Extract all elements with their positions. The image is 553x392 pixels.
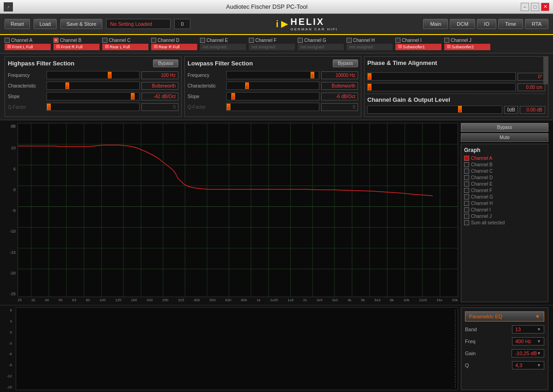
eq-band-col[interactable] bbox=[455, 328, 456, 329]
lowpass-slope-slider[interactable] bbox=[226, 92, 319, 100]
eq-band-col[interactable] bbox=[455, 330, 456, 332]
eq-band-col[interactable] bbox=[455, 351, 456, 352]
eq-band-col[interactable] bbox=[455, 369, 456, 370]
highpass-bypass-button[interactable]: Bypass bbox=[153, 59, 178, 67]
eq-band-col[interactable] bbox=[455, 322, 456, 324]
channel-checkbox-6[interactable] bbox=[298, 38, 303, 43]
load-button[interactable]: Load bbox=[34, 19, 57, 29]
eq-band-col[interactable] bbox=[455, 310, 456, 311]
legend-checkbox-2[interactable] bbox=[464, 169, 469, 174]
eq-band-col[interactable] bbox=[455, 338, 456, 339]
channel-preset-1[interactable]: Front R Full bbox=[53, 44, 100, 50]
legend-checkbox-5[interactable] bbox=[464, 188, 469, 193]
highpass-characteristic-slider[interactable] bbox=[47, 82, 140, 90]
gain-slider[interactable] bbox=[367, 105, 502, 114]
channel-checkbox-1[interactable] bbox=[53, 38, 59, 43]
eq-band-col[interactable] bbox=[455, 371, 456, 373]
channel-preset-7[interactable]: not assigned bbox=[347, 44, 393, 50]
eq-band-col[interactable] bbox=[455, 345, 456, 347]
eq-band-col[interactable] bbox=[455, 379, 456, 380]
eq-band-col[interactable] bbox=[455, 356, 456, 357]
eq-type-button[interactable]: Parametric EQ ▼ bbox=[465, 311, 544, 322]
phase-scrollbar[interactable] bbox=[543, 57, 548, 84]
maximize-button[interactable]: □ bbox=[531, 3, 539, 11]
eq-band-col[interactable] bbox=[455, 320, 456, 322]
eq-freq-value[interactable]: 400 Hz ▼ bbox=[512, 337, 544, 345]
legend-checkbox-10[interactable] bbox=[464, 220, 469, 225]
eq-band-value[interactable]: 13 ▼ bbox=[512, 325, 544, 333]
channel-checkbox-3[interactable] bbox=[151, 38, 156, 43]
legend-checkbox-4[interactable] bbox=[464, 181, 469, 187]
lowpass-frequency-slider[interactable] bbox=[226, 71, 319, 79]
channel-checkbox-2[interactable] bbox=[102, 38, 107, 43]
minimize-button[interactable]: − bbox=[521, 3, 529, 11]
channel-checkbox-8[interactable] bbox=[395, 38, 400, 43]
eq-band-col[interactable] bbox=[455, 366, 456, 368]
graph-chart[interactable] bbox=[18, 123, 458, 297]
channel-preset-2[interactable]: Rear L Full bbox=[102, 44, 148, 50]
lowpass-bypass-button[interactable]: Bypass bbox=[333, 59, 358, 67]
eq-band-col[interactable] bbox=[455, 335, 456, 337]
legend-checkbox-1[interactable] bbox=[464, 162, 469, 167]
channel-checkbox-4[interactable] bbox=[200, 38, 205, 43]
legend-item-8[interactable]: Channel I bbox=[464, 207, 545, 212]
highpass-frequency-slider[interactable] bbox=[47, 71, 140, 79]
legend-checkbox-8[interactable] bbox=[464, 207, 469, 212]
eq-bands[interactable] bbox=[16, 307, 458, 390]
highpass-qfactor-slider[interactable] bbox=[47, 103, 140, 111]
setting-number-input[interactable] bbox=[174, 19, 190, 29]
legend-item-3[interactable]: Channel D bbox=[464, 175, 545, 180]
graph-mute-button[interactable]: Mute bbox=[461, 133, 548, 142]
eq-band-col[interactable] bbox=[455, 315, 456, 316]
legend-item-5[interactable]: Channel F bbox=[464, 188, 545, 193]
channel-preset-6[interactable]: not assigned bbox=[298, 44, 344, 50]
channel-preset-9[interactable]: Subwoofer2 bbox=[444, 44, 490, 50]
legend-item-6[interactable]: Channel G bbox=[464, 194, 545, 199]
eq-q-value[interactable]: 4,3 ▼ bbox=[512, 361, 544, 369]
channel-preset-4[interactable]: not assigned bbox=[200, 44, 246, 50]
channel-preset-5[interactable]: not assigned bbox=[249, 44, 295, 50]
eq-band-col[interactable] bbox=[455, 381, 456, 383]
eq-gain-value[interactable]: -10,25 dB ▼ bbox=[512, 349, 544, 357]
eq-band-col[interactable] bbox=[455, 374, 456, 375]
nav-io-button[interactable]: IO bbox=[477, 19, 496, 29]
legend-item-7[interactable]: Channel H bbox=[464, 201, 545, 206]
eq-band-col[interactable] bbox=[455, 358, 456, 360]
legend-checkbox-6[interactable] bbox=[464, 194, 469, 199]
eq-band-col[interactable] bbox=[455, 340, 456, 342]
eq-band-col[interactable] bbox=[455, 386, 456, 388]
legend-checkbox-7[interactable] bbox=[464, 201, 469, 206]
legend-item-2[interactable]: Channel C bbox=[464, 169, 545, 174]
eq-band-col[interactable] bbox=[455, 343, 456, 345]
highpass-slope-slider[interactable] bbox=[47, 92, 140, 100]
channel-checkbox-0[interactable] bbox=[5, 38, 10, 43]
eq-band-col[interactable] bbox=[455, 348, 456, 350]
lowpass-qfactor-slider[interactable] bbox=[226, 103, 319, 111]
channel-preset-0[interactable]: Front L Full bbox=[5, 44, 51, 50]
eq-band-col[interactable] bbox=[455, 376, 456, 378]
legend-checkbox-9[interactable] bbox=[464, 214, 469, 219]
channel-preset-3[interactable]: Rear R Full bbox=[151, 44, 197, 50]
channel-checkbox-7[interactable] bbox=[347, 38, 352, 43]
legend-item-10[interactable]: Sum all selected bbox=[464, 220, 545, 225]
eq-band-col[interactable] bbox=[455, 363, 456, 365]
phase-slider-1[interactable] bbox=[367, 72, 516, 81]
nav-time-button[interactable]: Time bbox=[498, 19, 523, 29]
eq-band-col[interactable] bbox=[455, 312, 456, 314]
legend-item-4[interactable]: Channel E bbox=[464, 181, 545, 187]
legend-checkbox-3[interactable] bbox=[464, 175, 469, 180]
graph-bypass-button[interactable]: Bypass bbox=[461, 123, 548, 132]
eq-band-col[interactable] bbox=[455, 353, 456, 355]
reset-button[interactable]: Reset bbox=[5, 19, 30, 29]
eq-band-col[interactable] bbox=[455, 384, 456, 386]
legend-checkbox-0[interactable] bbox=[464, 156, 469, 161]
eq-band-col[interactable] bbox=[455, 317, 456, 319]
phase-slider-2[interactable] bbox=[367, 83, 516, 91]
eq-band-col[interactable] bbox=[455, 361, 456, 363]
channel-preset-8[interactable]: Subwoofer1 bbox=[395, 44, 441, 50]
lowpass-characteristic-slider[interactable] bbox=[226, 82, 319, 90]
legend-item-0[interactable]: Channel A bbox=[464, 156, 545, 161]
channel-checkbox-9[interactable] bbox=[444, 38, 449, 43]
eq-band-col[interactable] bbox=[455, 325, 456, 327]
nav-dcm-button[interactable]: DCM bbox=[450, 19, 475, 29]
